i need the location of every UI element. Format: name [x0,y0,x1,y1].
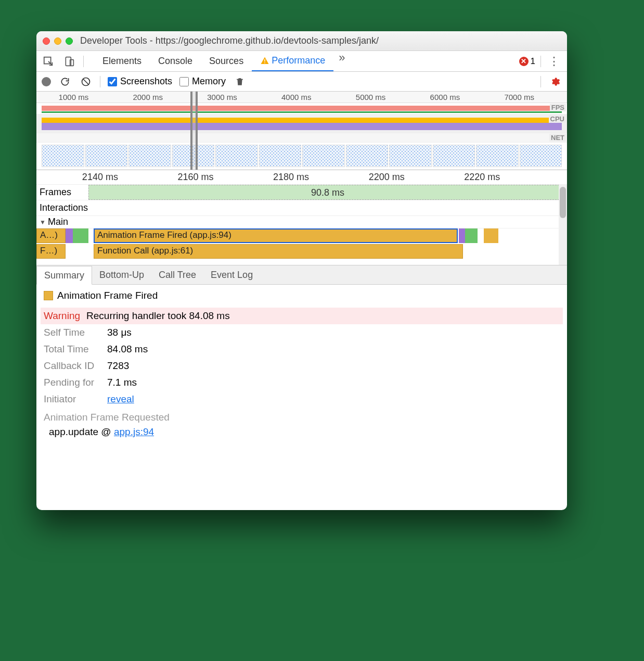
reload-icon[interactable] [58,75,72,88]
main-label-wrap: ▼ Main [36,216,88,228]
warning-icon [260,56,269,66]
screenshot-thumb[interactable] [389,145,432,167]
zoom-icon[interactable] [66,37,73,45]
flame-chart[interactable]: A…) Animation Frame Fired (app.js:94) F…… [36,228,567,265]
screenshot-thumb[interactable] [346,145,389,167]
kebab-menu-icon[interactable]: ⋮ [546,55,562,68]
stack-source-link[interactable]: app.js:94 [114,426,154,437]
subtab-bottomup[interactable]: Bottom-Up [92,265,151,284]
tick: 2000 ms [133,93,163,101]
tab-console[interactable]: Console [150,51,201,71]
flame-segment[interactable] [465,228,478,243]
detail-ruler[interactable]: 2140 ms 2160 ms 2180 ms 2200 ms 2220 ms [36,170,567,185]
tick: 2180 ms [273,172,309,183]
flame-stub[interactable]: F…) [36,244,66,259]
screenshot-thumb[interactable] [215,145,258,167]
frames-label: Frames [36,185,88,200]
initiator-reveal-link[interactable]: reveal [107,393,134,405]
flame-segment[interactable] [484,228,498,243]
device-toggle-icon[interactable] [62,55,76,68]
cpu-label: CPU [549,115,566,123]
subtab-calltree[interactable]: Call Tree [151,265,203,284]
memory-input[interactable] [179,77,189,86]
clear-icon[interactable] [79,75,93,88]
tab-sources[interactable]: Sources [201,51,252,71]
main-body-header [88,216,567,228]
overview-ruler[interactable]: 1000 ms 2000 ms 3000 ms 4000 ms 5000 ms … [36,92,567,103]
total-time-value: 84.08 ms [107,344,148,355]
flame-stub[interactable]: A…) [36,228,66,243]
error-circle-icon: ✕ [519,57,529,66]
screenshots-label: Screenshots [120,76,172,87]
divider [100,76,100,87]
screenshots-input[interactable] [108,77,117,86]
screenshot-thumb[interactable] [302,145,345,167]
filmstrip-thumbs [42,145,562,167]
screenshot-thumb[interactable] [476,145,519,167]
warning-label: Warning [44,310,80,322]
screenshot-thumb[interactable] [128,145,171,167]
frames-track[interactable]: Frames 90.8 ms [36,185,567,200]
flame-segment[interactable] [66,228,73,243]
category-swatch-icon [44,291,53,300]
self-time-value: 38 μs [107,327,132,338]
tracks-panel: Frames 90.8 ms Interactions ▼ Main A…) A… [36,185,567,265]
divider [83,56,84,67]
subtab-eventlog[interactable]: Event Log [203,265,260,284]
total-time-label: Total Time [44,344,101,355]
screenshot-thumb[interactable] [259,145,302,167]
record-button[interactable] [42,77,51,86]
screenshot-thumb[interactable] [433,145,475,167]
interactions-body [88,200,567,215]
memory-label: Memory [192,76,226,87]
summary-warning-row: Warning Recurring handler took 84.08 ms [41,308,563,324]
initiator-row: Initiator reveal [44,391,560,408]
flame-segment[interactable] [459,228,465,243]
interactions-track[interactable]: Interactions [36,200,567,216]
devtools-window: Developer Tools - https://googlechrome.g… [36,31,567,510]
overview-window-handle[interactable] [190,92,198,170]
overview-panel[interactable]: 1000 ms 2000 ms 3000 ms 4000 ms 5000 ms … [36,92,567,170]
toolbar-right: ✕ 1 ⋮ [519,55,562,68]
more-tabs-icon[interactable]: » [333,51,350,71]
screenshot-thumb[interactable] [42,145,84,167]
close-icon[interactable] [43,37,50,45]
chevron-down-icon[interactable]: ▼ [40,219,46,226]
memory-checkbox[interactable]: Memory [179,76,226,87]
tick: 3000 ms [207,93,237,101]
titlebar: Developer Tools - https://googlechrome.g… [36,31,567,51]
flame-segment[interactable] [73,228,88,243]
screenshot-thumb[interactable] [520,145,562,167]
inspect-icon[interactable] [42,55,55,68]
summary-pane: Animation Frame Fired Warning Recurring … [36,285,567,510]
settings-gear-icon[interactable] [548,75,562,88]
vertical-scrollbar[interactable] [559,185,567,265]
tick: 1000 ms [59,93,89,101]
self-time-label: Self Time [44,327,101,338]
total-time-row: Total Time 84.08 ms [44,341,560,358]
filmstrip-row [36,143,567,170]
scrollbar-thumb[interactable] [560,187,566,218]
flame-function-call[interactable]: Function Call (app.js:61) [94,244,463,259]
stack-trace: app.update @ app.js:94 [49,426,560,438]
callback-row: Callback ID 7283 [44,358,560,374]
tab-performance[interactable]: Performance [252,51,333,71]
trash-icon[interactable] [233,75,247,88]
animation-frame-requested: Animation Frame Requested [44,412,560,423]
divider [540,56,541,67]
subtab-summary[interactable]: Summary [36,266,92,285]
fps-bar [42,106,562,111]
flame-animation-frame[interactable]: Animation Frame Fired (app.js:94) [94,228,458,243]
net-row: NET [36,133,567,143]
tick: 2200 ms [369,172,405,183]
cpu-band [42,118,562,130]
minimize-icon[interactable] [54,37,61,45]
svg-rect-4 [264,62,265,63]
frame-bar[interactable]: 90.8 ms [88,185,567,200]
tab-elements[interactable]: Elements [94,51,150,71]
main-track-header[interactable]: ▼ Main [36,216,567,228]
pending-label: Pending for [44,377,101,388]
screenshots-checkbox[interactable]: Screenshots [108,76,172,87]
screenshot-thumb[interactable] [85,145,128,167]
error-badge[interactable]: ✕ 1 [519,56,535,67]
